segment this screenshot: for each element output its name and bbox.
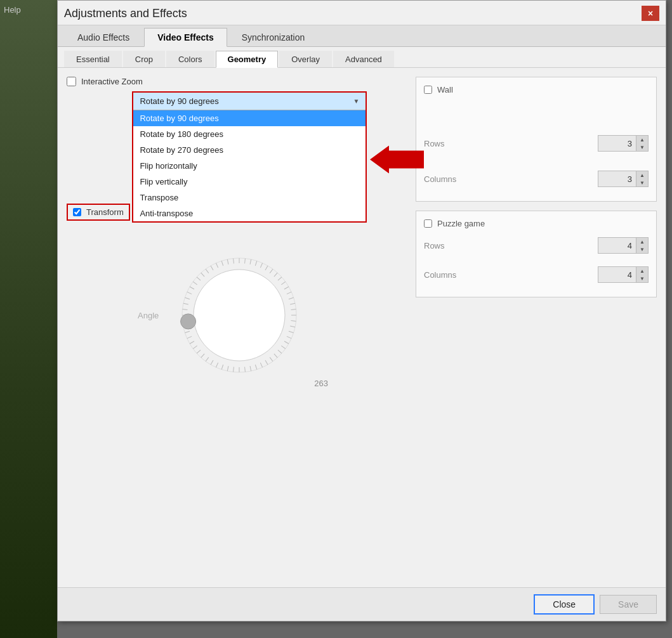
puzzle-rows-up-button[interactable]: ▲ [636, 238, 648, 245]
dropdown-item-6[interactable]: Anti-transpose [133, 205, 366, 221]
interactive-zoom-checkbox[interactable] [67, 77, 76, 86]
wall-rows-down-button[interactable]: ▼ [636, 143, 648, 151]
close-button[interactable]: Close [534, 594, 595, 615]
svg-line-37 [216, 363, 218, 367]
svg-point-2 [194, 270, 285, 361]
puzzle-rows-label: Rows [424, 241, 445, 251]
tab-audio-effects[interactable]: Audio Effects [64, 28, 143, 46]
svg-line-6 [255, 261, 256, 266]
svg-line-12 [281, 282, 285, 285]
svg-line-54 [193, 282, 197, 285]
tab-synchronization[interactable]: Synchronization [228, 28, 319, 46]
angle-dial-svg[interactable] [176, 252, 303, 379]
svg-line-5 [250, 259, 251, 264]
svg-marker-0 [370, 145, 424, 173]
tab-video-effects[interactable]: Video Effects [144, 28, 227, 47]
save-button[interactable]: Save [600, 595, 657, 614]
dropdown-list: Rotate by 90 degrees Rotate by 180 degre… [133, 110, 366, 221]
svg-line-42 [193, 346, 197, 349]
dropdown-item-5[interactable]: Transpose [133, 190, 366, 205]
interactive-zoom-row: Interactive Zoom [67, 77, 405, 86]
puzzle-checkbox[interactable] [424, 219, 432, 228]
svg-line-19 [291, 321, 296, 322]
dropdown-item-1[interactable]: Rotate by 180 degrees [133, 126, 366, 142]
dial-area: Angle [131, 242, 347, 388]
tab-colors[interactable]: Colors [166, 51, 214, 67]
svg-line-56 [201, 273, 204, 277]
dialog: Adjustments and Effects × Audio Effects … [57, 0, 666, 622]
svg-line-16 [290, 303, 295, 304]
svg-line-26 [274, 354, 277, 358]
svg-line-15 [289, 297, 294, 299]
puzzle-columns-up-button[interactable]: ▲ [636, 267, 648, 275]
right-panel: Wall Rows 3 ▲ ▼ Columns [416, 77, 657, 388]
wall-mid-spacer [424, 158, 649, 171]
svg-line-57 [206, 269, 209, 273]
svg-line-17 [291, 309, 296, 310]
help-label: Help [0, 0, 57, 20]
transform-checkbox[interactable] [73, 208, 81, 216]
svg-line-53 [190, 287, 194, 289]
wall-rows-spinner-buttons: ▲ ▼ [636, 136, 648, 151]
dropdown-item-2[interactable]: Rotate by 270 degrees [133, 142, 366, 158]
wall-rows-spinner: 3 ▲ ▼ [598, 135, 649, 152]
dropdown-item-3[interactable]: Flip horizontally [133, 158, 366, 174]
puzzle-section: Puzzle game Rows 4 ▲ ▼ Columns [416, 211, 657, 297]
svg-line-34 [234, 367, 234, 372]
wall-rows-up-button[interactable]: ▲ [636, 136, 648, 143]
tab-advanced[interactable]: Advanced [333, 51, 394, 67]
wall-columns-spinner: 3 ▲ ▼ [598, 171, 649, 187]
svg-line-14 [287, 292, 291, 294]
transform-label: Transform [86, 207, 124, 217]
svg-line-41 [197, 350, 201, 353]
svg-line-28 [265, 360, 268, 365]
svg-line-39 [206, 357, 209, 361]
puzzle-columns-row: Columns 4 ▲ ▼ [424, 266, 649, 283]
tab-crop[interactable]: Crop [123, 51, 165, 67]
svg-line-11 [278, 277, 282, 280]
svg-line-62 [234, 258, 234, 263]
wall-columns-up-button[interactable]: ▲ [636, 171, 648, 179]
dropdown-item-4[interactable]: Flip vertically [133, 174, 366, 190]
tab-geometry[interactable]: Geometry [216, 51, 279, 68]
dropdown-header[interactable]: Rotate by 90 degrees ▼ [133, 93, 366, 110]
puzzle-columns-spinner: 4 ▲ ▼ [598, 266, 649, 283]
svg-line-52 [187, 292, 192, 294]
puzzle-mid-spacer [424, 260, 649, 266]
svg-line-49 [182, 309, 187, 310]
svg-line-45 [185, 331, 190, 332]
wall-checkbox[interactable] [424, 86, 432, 94]
wall-columns-down-button[interactable]: ▼ [636, 179, 648, 186]
puzzle-rows-down-button[interactable]: ▼ [636, 245, 648, 253]
svg-line-36 [221, 365, 223, 370]
tab-essential[interactable]: Essential [64, 51, 122, 67]
puzzle-rows-spinner-buttons: ▲ ▼ [636, 238, 648, 253]
svg-line-30 [255, 365, 256, 370]
puzzle-rows-row: Rows 4 ▲ ▼ [424, 237, 649, 254]
interactive-zoom-label: Interactive Zoom [81, 77, 143, 86]
wall-spacer [424, 103, 649, 135]
svg-line-50 [183, 303, 188, 304]
red-arrow [370, 145, 424, 175]
svg-line-29 [260, 363, 262, 367]
puzzle-rows-value: 4 [598, 239, 636, 252]
transform-dropdown[interactable]: Rotate by 90 degrees ▼ Rotate by 90 degr… [132, 91, 367, 223]
dropdown-wrapper: Rotate by 90 degrees ▼ Rotate by 90 degr… [132, 91, 367, 229]
svg-line-13 [284, 287, 289, 289]
puzzle-columns-down-button[interactable]: ▼ [636, 275, 648, 282]
dropdown-item-0[interactable]: Rotate by 90 degrees [133, 110, 366, 126]
wall-section: Wall Rows 3 ▲ ▼ Columns [416, 77, 657, 202]
svg-line-60 [221, 261, 223, 266]
close-icon-button[interactable]: × [642, 6, 659, 21]
svg-line-8 [265, 266, 268, 270]
puzzle-columns-spinner-buttons: ▲ ▼ [636, 267, 648, 282]
svg-line-40 [201, 354, 204, 358]
svg-line-20 [290, 326, 295, 327]
svg-line-23 [284, 341, 289, 344]
tab-overlay[interactable]: Overlay [279, 51, 332, 67]
wall-columns-value: 3 [598, 173, 636, 186]
svg-line-58 [211, 266, 213, 270]
background-panel: Help [0, 0, 57, 638]
wall-header: Wall [424, 85, 649, 94]
angle-value: 263 [314, 379, 328, 388]
